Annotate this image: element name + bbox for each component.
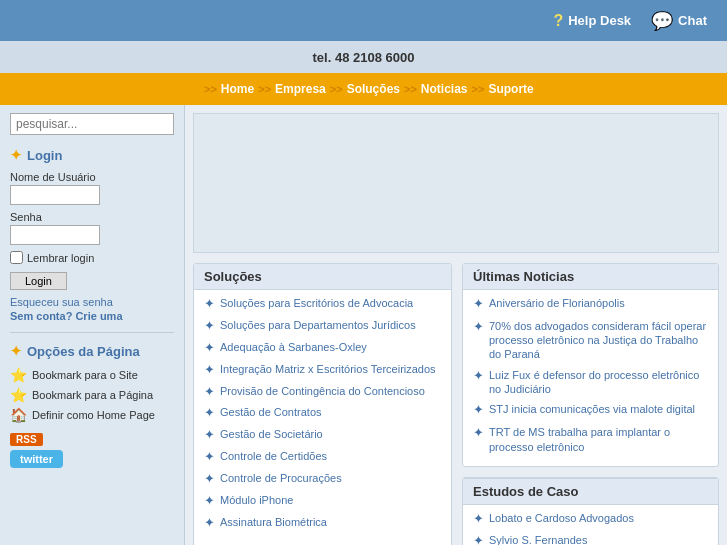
topbar: ? Help Desk 💬 Chat (0, 0, 727, 41)
news-link-4[interactable]: TRT de MS trabalha para implantar o proc… (489, 425, 708, 454)
search-input[interactable] (10, 113, 174, 135)
helpdesk-icon: ? (553, 12, 563, 30)
news-link-2[interactable]: Luiz Fux é defensor do processo eletrôni… (489, 368, 708, 397)
bullet-4: ✦ (204, 384, 215, 401)
homepage-icon: 🏠 (10, 407, 27, 423)
solucoes-item-10: ✦ Assinatura Biométrica (204, 515, 441, 532)
bullet-2: ✦ (204, 340, 215, 357)
solucoes-link-9[interactable]: Módulo iPhone (220, 493, 293, 507)
solucoes-header: Soluções (194, 264, 451, 290)
bookmark-site-icon: ⭐ (10, 367, 27, 383)
right-column: Últimas Noticias ✦ Aniversário de Floria… (462, 263, 719, 545)
news-bullet-2: ✦ (473, 368, 484, 385)
solucoes-item-7: ✦ Controle de Certidões (204, 449, 441, 466)
chat-link[interactable]: 💬 Chat (651, 10, 707, 32)
homepage-label: Definir como Home Page (32, 409, 155, 421)
star-icon-options: ✦ (10, 343, 22, 359)
rss-badge[interactable]: RSS (10, 433, 43, 446)
estudos-link-0[interactable]: Lobato e Cardoso Advogados (489, 511, 634, 525)
homepage-item[interactable]: 🏠 Definir como Home Page (10, 407, 174, 423)
solucoes-link-4[interactable]: Provisão de Contingência do Contencioso (220, 384, 425, 398)
login-section-title: ✦ Login (10, 147, 174, 163)
login-button[interactable]: Login (10, 272, 67, 290)
news-item-2: ✦ Luiz Fux é defensor do processo eletrô… (473, 368, 708, 397)
solucoes-link-3[interactable]: Integração Matriz x Escritórios Terceiri… (220, 362, 436, 376)
solucoes-link-5[interactable]: Gestão de Contratos (220, 405, 322, 419)
nav-item-empresa[interactable]: Empresa (275, 82, 326, 96)
bullet-8: ✦ (204, 471, 215, 488)
twitter-badge[interactable]: twitter (10, 450, 63, 468)
estudos-item-0: ✦ Lobato e Cardoso Advogados (473, 511, 708, 528)
bookmark-page-item[interactable]: ⭐ Bookmark para a Página (10, 387, 174, 403)
bottom-columns: Soluções ✦ Soluções para Escritórios de … (193, 263, 719, 545)
helpdesk-label: Help Desk (568, 13, 631, 28)
noticias-header: Últimas Noticias (463, 264, 718, 290)
options-section: ✦ Opções da Página ⭐ Bookmark para o Sit… (10, 343, 174, 468)
estudos-box: Estudos de Caso ✦ Lobato e Cardoso Advog… (462, 477, 719, 545)
solucoes-link-7[interactable]: Controle de Certidões (220, 449, 327, 463)
remember-row: Lembrar login (10, 251, 174, 264)
nav-item-suporte[interactable]: Suporte (488, 82, 533, 96)
password-input[interactable] (10, 225, 100, 245)
solucoes-item-0: ✦ Soluções para Escritórios de Advocacia (204, 296, 441, 313)
remember-label: Lembrar login (27, 252, 94, 264)
star-icon-login: ✦ (10, 147, 22, 163)
solucoes-link-8[interactable]: Controle de Procurações (220, 471, 342, 485)
navbar: >> Home >> Empresa >> Soluções >> Notici… (0, 73, 727, 105)
news-bullet-1: ✦ (473, 319, 484, 336)
password-label: Senha (10, 211, 174, 223)
solucoes-box: Soluções ✦ Soluções para Escritórios de … (193, 263, 452, 545)
helpdesk-link[interactable]: ? Help Desk (553, 12, 631, 30)
content-area: Soluções ✦ Soluções para Escritórios de … (185, 105, 727, 545)
news-item-3: ✦ STJ inicia comunicações via malote dig… (473, 402, 708, 419)
solucoes-link-10[interactable]: Assinatura Biométrica (220, 515, 327, 529)
solucoes-item-8: ✦ Controle de Procurações (204, 471, 441, 488)
solucoes-item-9: ✦ Módulo iPhone (204, 493, 441, 510)
solucoes-link-1[interactable]: Soluções para Departamentos Jurídicos (220, 318, 416, 332)
banner (193, 113, 719, 253)
noticias-content: ✦ Aniversário de Florianópolis ✦ 70% dos… (463, 290, 718, 466)
phone-bar: tel. 48 2108 6000 (0, 41, 727, 73)
bullet-3: ✦ (204, 362, 215, 379)
news-item-4: ✦ TRT de MS trabalha para implantar o pr… (473, 425, 708, 454)
options-title: ✦ Opções da Página (10, 343, 174, 359)
bookmark-page-label: Bookmark para a Página (32, 389, 153, 401)
sidebar: ✦ Login Nome de Usuário Senha Lembrar lo… (0, 105, 185, 545)
solucoes-link-6[interactable]: Gestão de Societário (220, 427, 323, 441)
nav-item-solucoes[interactable]: Soluções (347, 82, 400, 96)
bookmark-site-item[interactable]: ⭐ Bookmark para o Site (10, 367, 174, 383)
remember-checkbox[interactable] (10, 251, 23, 264)
username-label: Nome de Usuário (10, 171, 174, 183)
noticias-box: Últimas Noticias ✦ Aniversário de Floria… (462, 263, 719, 467)
bullet-0: ✦ (204, 296, 215, 313)
forgot-password-link[interactable]: Esqueceu sua senha (10, 296, 174, 308)
news-link-0[interactable]: Aniversário de Florianópolis (489, 296, 625, 310)
news-item-0: ✦ Aniversário de Florianópolis (473, 296, 708, 313)
solucoes-item-4: ✦ Provisão de Contingência do Contencios… (204, 384, 441, 401)
estudos-bullet-1: ✦ (473, 533, 484, 545)
nav-sep-2: >> (330, 83, 343, 95)
chat-label: Chat (678, 13, 707, 28)
solucoes-link-2[interactable]: Adequação à Sarbanes-Oxley (220, 340, 367, 354)
nav-sep-0: >> (204, 83, 217, 95)
news-bullet-3: ✦ (473, 402, 484, 419)
estudos-header: Estudos de Caso (463, 478, 718, 505)
social-badges: RSS twitter (10, 429, 174, 468)
sidebar-divider (10, 332, 174, 333)
estudos-item-1: ✦ Sylvio S. Fernandes (473, 533, 708, 545)
bullet-6: ✦ (204, 427, 215, 444)
nav-item-home[interactable]: Home (221, 82, 254, 96)
username-input[interactable] (10, 185, 100, 205)
nav-item-noticias[interactable]: Noticias (421, 82, 468, 96)
estudos-link-1[interactable]: Sylvio S. Fernandes (489, 533, 587, 545)
solucoes-item-3: ✦ Integração Matriz x Escritórios Tercei… (204, 362, 441, 379)
news-link-1[interactable]: 70% dos advogados consideram fácil opera… (489, 319, 708, 362)
news-link-3[interactable]: STJ inicia comunicações via malote digit… (489, 402, 695, 416)
solucoes-item-2: ✦ Adequação à Sarbanes-Oxley (204, 340, 441, 357)
news-item-1: ✦ 70% dos advogados consideram fácil ope… (473, 319, 708, 362)
news-bullet-0: ✦ (473, 296, 484, 313)
estudos-bullet-0: ✦ (473, 511, 484, 528)
solucoes-link-0[interactable]: Soluções para Escritórios de Advocacia (220, 296, 413, 310)
chat-icon: 💬 (651, 10, 673, 32)
register-link[interactable]: Crie uma (75, 310, 122, 322)
